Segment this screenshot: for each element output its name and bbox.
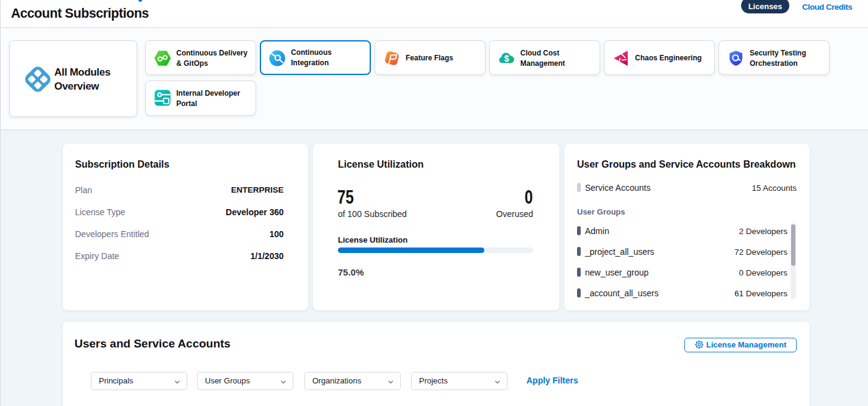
svg-text:$: $ xyxy=(504,54,509,63)
